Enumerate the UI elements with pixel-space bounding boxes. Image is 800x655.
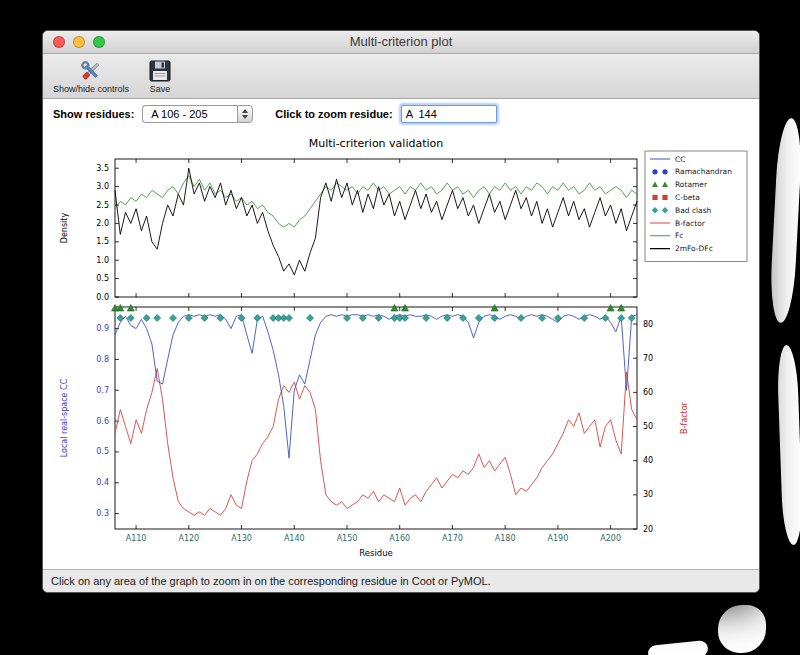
svg-text:Fc: Fc (675, 231, 683, 240)
window-title: Multi-criterion plot (43, 31, 759, 53)
svg-text:Residue: Residue (359, 548, 393, 558)
svg-text:Density: Density (60, 213, 69, 244)
svg-text:0.4: 0.4 (96, 478, 109, 487)
svg-text:A130: A130 (231, 534, 252, 543)
svg-text:80: 80 (643, 320, 653, 329)
tools-icon (78, 58, 104, 84)
svg-text:A110: A110 (126, 534, 147, 543)
svg-text:0.6: 0.6 (96, 417, 109, 426)
svg-text:0.9: 0.9 (96, 324, 109, 333)
zoom-residue-input[interactable] (401, 105, 497, 123)
residue-range-select[interactable]: A 106 - 205 (142, 105, 253, 123)
svg-text:0.7: 0.7 (96, 386, 109, 395)
screen-artifact (769, 118, 800, 324)
tool-button-label: Show/hide controls (53, 84, 129, 94)
plot-canvas: Multi-criterion validation0.00.51.01.52.… (51, 131, 751, 567)
svg-text:A160: A160 (389, 534, 410, 543)
status-bar: Click on any area of the graph to zoom i… (43, 569, 759, 592)
svg-text:2.5: 2.5 (96, 201, 109, 210)
validation-plot[interactable]: Multi-criterion validation0.00.51.01.52.… (43, 129, 759, 569)
svg-text:B-factor: B-factor (680, 401, 689, 434)
svg-text:CC: CC (675, 155, 685, 164)
screen-artifact (718, 605, 766, 653)
tool-button-label: Save (150, 84, 171, 94)
svg-text:B-factor: B-factor (675, 219, 706, 228)
screen-artifact (777, 345, 800, 546)
title-bar[interactable]: Multi-criterion plot (43, 31, 759, 54)
svg-text:2.0: 2.0 (96, 219, 109, 228)
svg-text:Local real-space CC: Local real-space CC (60, 378, 69, 457)
close-button[interactable] (53, 36, 65, 48)
svg-text:70: 70 (643, 354, 653, 363)
multi-criterion-plot-window: Multi-criterion plot S (42, 30, 760, 593)
svg-text:A200: A200 (600, 534, 621, 543)
stepper-icon (237, 105, 253, 123)
svg-text:0.5: 0.5 (96, 447, 109, 456)
toolbar: Show/hide controls Save (43, 54, 759, 99)
svg-text:Bad clash: Bad clash (675, 206, 712, 215)
svg-text:60: 60 (643, 388, 653, 397)
save-icon (147, 58, 173, 84)
minimize-button[interactable] (73, 36, 85, 48)
svg-text:C-beta: C-beta (675, 193, 700, 202)
traffic-lights (53, 36, 113, 48)
svg-text:0.8: 0.8 (96, 355, 109, 364)
svg-text:A180: A180 (495, 534, 516, 543)
svg-text:A190: A190 (548, 534, 569, 543)
zoom-window-button[interactable] (93, 36, 105, 48)
svg-text:Ramachandran: Ramachandran (675, 167, 732, 176)
save-button[interactable]: Save (147, 58, 173, 94)
svg-text:3.0: 3.0 (96, 182, 109, 191)
svg-text:A150: A150 (337, 534, 358, 543)
screen-background: Multi-criterion plot S (0, 0, 800, 655)
svg-text:1.5: 1.5 (96, 237, 109, 246)
svg-text:A120: A120 (178, 534, 199, 543)
svg-text:30: 30 (643, 490, 653, 499)
svg-text:50: 50 (643, 422, 653, 431)
svg-text:40: 40 (643, 456, 653, 465)
residue-range-value: A 106 - 205 (142, 105, 237, 123)
svg-text:0.3: 0.3 (96, 509, 109, 518)
svg-text:20: 20 (643, 525, 653, 534)
show-residues-label: Show residues: (53, 108, 134, 120)
svg-text:A140: A140 (284, 534, 305, 543)
zoom-residue-label: Click to zoom residue: (275, 108, 392, 120)
show-hide-controls-button[interactable]: Show/hide controls (53, 58, 129, 94)
controls-row: Show residues: A 106 - 205 Click to zoom… (43, 99, 759, 129)
svg-text:2mFo-DFc: 2mFo-DFc (675, 244, 713, 253)
svg-text:Rotamer: Rotamer (675, 180, 708, 189)
svg-text:1.0: 1.0 (96, 256, 109, 265)
svg-text:0.0: 0.0 (96, 293, 109, 302)
svg-text:A170: A170 (442, 534, 463, 543)
screen-artifact (647, 640, 708, 655)
status-text: Click on any area of the graph to zoom i… (51, 575, 491, 587)
svg-text:Multi-criterion validation: Multi-criterion validation (309, 137, 444, 150)
svg-text:0.5: 0.5 (96, 274, 109, 283)
svg-text:3.5: 3.5 (96, 164, 109, 173)
